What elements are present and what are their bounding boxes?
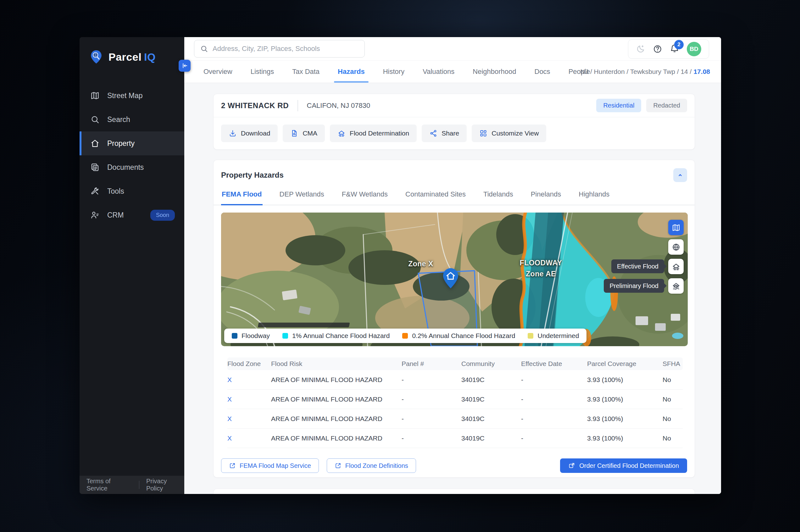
sidebar-item-search[interactable]: Search <box>80 108 184 131</box>
cma-button[interactable]: CMA <box>283 125 325 142</box>
fema-flood-map[interactable]: Zone X FLOODWAY Zone AE 657 Feet <box>221 212 688 346</box>
table-row: X AREA OF MINIMAL FLOOD HAZARD - 34019C … <box>227 370 683 390</box>
top-right-controls: 2 BD <box>628 39 709 59</box>
col-panel: Panel # <box>402 360 461 367</box>
flood-determination-button[interactable]: Flood Determination <box>330 125 417 142</box>
zone-x-label: Zone X <box>408 260 433 268</box>
fema-flood-map-service-button[interactable]: FEMA Flood Map Service <box>221 458 319 473</box>
button-label: Flood Zone Definitions <box>345 462 408 470</box>
sidebar-nav: Street Map Search Property Documents Too… <box>80 84 184 227</box>
effective-flood-house-icon <box>672 262 681 271</box>
sidebar-item-property[interactable]: Property <box>80 131 184 155</box>
brand-logo[interactable]: ParcelIQ <box>80 37 184 64</box>
sidebar-item-documents[interactable]: Documents <box>80 155 184 179</box>
order-icon <box>568 462 575 469</box>
legend-item-1pct: 1% Annual Chance Flood Hazard <box>282 332 390 340</box>
avatar[interactable]: BD <box>687 42 701 56</box>
sidebar-item-label: Tools <box>107 187 124 195</box>
crm-person-icon <box>90 210 100 220</box>
map-view-button[interactable] <box>668 220 684 235</box>
tab-fema-flood[interactable]: FEMA Flood <box>221 187 263 205</box>
tab-neighborhood[interactable]: Neighborhood <box>471 61 518 83</box>
col-flood-zone: Flood Zone <box>227 360 271 367</box>
tab-docs[interactable]: Docs <box>533 61 552 83</box>
tab-tax-data[interactable]: Tax Data <box>290 61 321 83</box>
sidebar-item-label: Search <box>107 115 130 124</box>
tab-hazards[interactable]: Hazards <box>336 61 367 83</box>
table-row: X AREA OF MINIMAL FLOOD HAZARD - 34019C … <box>227 409 683 429</box>
sidebar-item-street-map[interactable]: Street Map <box>80 84 184 108</box>
button-label: CMA <box>303 130 317 137</box>
breadcrumb[interactable]: NJ / Hunterdon / Tewksbury Twp / 14 / 17… <box>580 61 710 83</box>
preliminary-flood-layer-button[interactable] <box>668 278 684 294</box>
sidebar-item-tools[interactable]: Tools <box>80 179 184 203</box>
globe-icon <box>672 243 681 251</box>
zone-ae-label: Zone AE <box>526 270 556 278</box>
documents-icon <box>90 163 100 172</box>
flood-zone-link[interactable]: X <box>227 415 271 423</box>
share-button[interactable]: Share <box>422 125 467 142</box>
vertical-divider <box>298 100 298 111</box>
tab-history[interactable]: History <box>381 61 406 83</box>
col-community: Community <box>461 360 521 367</box>
tab-dep-wetlands[interactable]: DEP Wetlands <box>279 187 325 205</box>
tab-overview[interactable]: Overview <box>202 61 234 83</box>
chevron-up-icon <box>677 171 684 179</box>
terms-of-service-link[interactable]: Terms of Service <box>87 478 132 492</box>
soon-badge: Soon <box>150 210 175 221</box>
preliminary-flood-house-clock-icon <box>672 282 681 290</box>
flood-zone-link[interactable]: X <box>227 376 271 384</box>
sidebar: ParcelIQ Street Map Search Property Docu… <box>80 37 184 494</box>
help-button[interactable] <box>653 44 662 54</box>
flood-zone-link[interactable]: X <box>227 396 271 403</box>
flood-zone-link[interactable]: X <box>227 435 271 442</box>
legend-label: 0.2% Annual Chance Flood Hazard <box>412 332 515 340</box>
tab-pinelands[interactable]: Pinelands <box>530 187 562 205</box>
undetermined-swatch <box>528 333 533 339</box>
sidebar-footer: Terms of Service Privacy Policy <box>80 476 184 494</box>
hazard-type-tabs: FEMA Flood DEP Wetlands F&W Wetlands Con… <box>213 187 694 205</box>
order-certified-flood-determination-button[interactable]: Order Certified Flood Determination <box>560 458 687 473</box>
tab-fw-wetlands[interactable]: F&W Wetlands <box>341 187 388 205</box>
tab-tidelands[interactable]: Tidelands <box>483 187 514 205</box>
sidebar-item-crm[interactable]: CRM Soon <box>80 203 184 227</box>
legend-label: 1% Annual Chance Flood Hazard <box>292 332 390 340</box>
map-layer-controls <box>668 220 684 294</box>
sidebar-item-label: Street Map <box>107 92 143 100</box>
content-scroll-area[interactable]: 2 WHITENACK RD CALIFON, NJ 07830 Residen… <box>184 83 721 494</box>
property-pin[interactable] <box>442 268 459 291</box>
map-icon <box>672 223 681 232</box>
sidebar-collapse-button[interactable] <box>178 60 191 72</box>
search-input[interactable] <box>213 45 359 53</box>
next-section-card-edge <box>213 489 695 494</box>
legend-label: Floodway <box>242 332 270 340</box>
property-actions: Download CMA Flood Determination Share <box>213 117 694 149</box>
privacy-policy-link[interactable]: Privacy Policy <box>146 478 184 492</box>
collapse-section-button[interactable] <box>673 168 687 182</box>
dark-mode-toggle[interactable] <box>636 44 645 54</box>
satellite-view-button[interactable] <box>668 239 684 255</box>
global-search[interactable] <box>194 40 365 58</box>
button-label: FEMA Flood Map Service <box>240 462 311 470</box>
button-label: Flood Determination <box>350 130 409 137</box>
point-two-percent-swatch <box>402 333 408 339</box>
customize-view-button[interactable]: Customize View <box>472 125 546 142</box>
download-icon <box>229 129 237 137</box>
collapse-sidebar-icon <box>181 62 188 69</box>
flood-zone-definitions-button[interactable]: Flood Zone Definitions <box>327 458 416 473</box>
main-panel: 2 BD Overview Listings Tax Data Hazards … <box>184 37 721 494</box>
tab-valuations[interactable]: Valuations <box>421 61 456 83</box>
property-city-state-zip: CALIFON, NJ 07830 <box>307 101 370 110</box>
button-label: Share <box>441 130 459 137</box>
tab-contaminated-sites[interactable]: Contaminated Sites <box>405 187 466 205</box>
notifications-button[interactable]: 2 <box>670 44 679 54</box>
sidebar-item-label: CRM <box>107 211 123 220</box>
col-flood-risk: Flood Risk <box>271 360 402 367</box>
hazards-title: Property Hazards <box>221 171 284 179</box>
tab-listings[interactable]: Listings <box>249 61 276 83</box>
effective-flood-layer-button[interactable] <box>668 259 684 274</box>
one-percent-swatch <box>282 333 288 339</box>
tab-highlands[interactable]: Highlands <box>578 187 610 205</box>
redacted-badge: Redacted <box>646 99 687 112</box>
download-button[interactable]: Download <box>221 125 278 142</box>
